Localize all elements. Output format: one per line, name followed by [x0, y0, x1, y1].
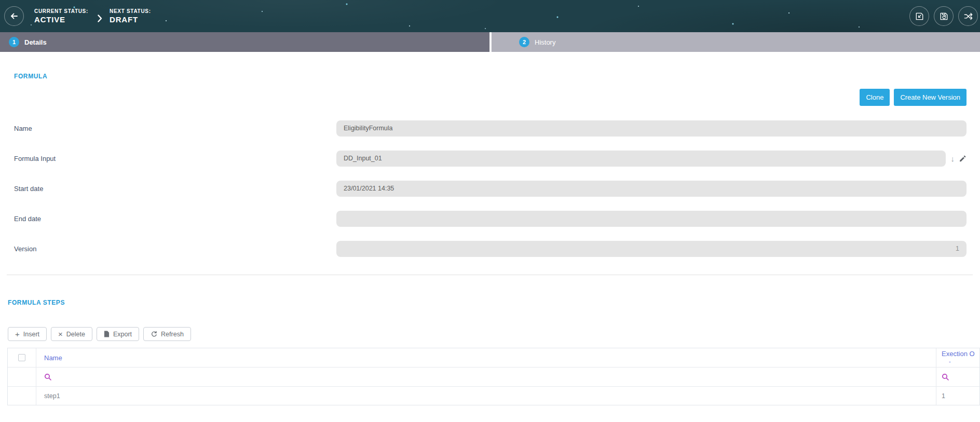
- search-icon: [44, 373, 51, 380]
- end-date-label: End date: [14, 215, 336, 223]
- section-divider: [7, 275, 973, 275]
- name-column-label: Name: [44, 354, 62, 362]
- save-refresh-icon: [938, 11, 949, 22]
- save-export-icon: [914, 11, 925, 22]
- save-refresh-button[interactable]: [934, 6, 954, 26]
- tab-details-label: Details: [24, 38, 47, 46]
- steps-table: Name Exection O -: [7, 348, 980, 405]
- dropdown-arrow-icon[interactable]: ↓: [951, 155, 955, 162]
- back-button[interactable]: [4, 6, 24, 26]
- formula-input-field[interactable]: DD_Input_01: [336, 151, 946, 167]
- formula-input-label: Formula Input: [14, 155, 336, 162]
- step-name-cell: step1: [36, 387, 936, 405]
- clone-button[interactable]: Clone: [860, 89, 890, 106]
- table-header-row: Name Exection O -: [8, 348, 979, 367]
- export-button-label: Export: [113, 331, 132, 338]
- next-status-label: NEXT STATUS:: [110, 8, 151, 14]
- current-status-label: CURRENT STATUS:: [34, 8, 88, 14]
- current-status-value: ACTIVE: [34, 15, 88, 24]
- formula-steps-section-title: FORMULA STEPS: [8, 299, 980, 306]
- delete-button-label: Delete: [66, 331, 85, 338]
- tab-history-label: History: [535, 38, 555, 46]
- select-all-cell: [8, 348, 36, 367]
- export-button[interactable]: Export: [97, 327, 139, 341]
- tab-history-number: 2: [519, 37, 529, 47]
- form-row-version: Version 1: [14, 241, 967, 257]
- row-select-cell: [8, 387, 36, 405]
- start-date-field[interactable]: 23/01/2021 14:35: [336, 181, 967, 197]
- edit-pencil-icon[interactable]: [959, 155, 967, 162]
- form-row-name: Name EligibilityFormula: [14, 120, 967, 137]
- refresh-button-label: Refresh: [161, 331, 184, 338]
- step-name-value: step1: [44, 392, 60, 400]
- insert-button[interactable]: + Insert: [8, 327, 47, 341]
- search-icon: [942, 373, 949, 380]
- execution-order-cell: 1: [936, 387, 980, 405]
- formula-form: Name EligibilityFormula Formula Input DD…: [14, 120, 967, 257]
- tab-details-number: 1: [9, 37, 19, 47]
- save-export-button[interactable]: [909, 6, 929, 26]
- x-icon: ×: [58, 330, 63, 338]
- insert-button-label: Insert: [23, 331, 39, 338]
- name-label: Name: [14, 125, 336, 132]
- plus-icon: +: [15, 330, 20, 338]
- name-column-header[interactable]: Name: [36, 348, 936, 367]
- execution-order-column-header[interactable]: Exection O -: [936, 348, 980, 367]
- refresh-icon: [151, 331, 157, 337]
- form-row-formula-input: Formula Input DD_Input_01 ↓: [14, 151, 967, 167]
- execution-order-filter-input[interactable]: [936, 367, 980, 386]
- tab-history[interactable]: 2 History: [492, 32, 980, 52]
- filter-empty-cell: [8, 367, 36, 386]
- form-row-end-date: End date: [14, 211, 967, 227]
- table-row[interactable]: step1 1: [8, 387, 979, 405]
- file-icon: [104, 331, 110, 337]
- next-status: NEXT STATUS: DRAFT: [110, 8, 151, 24]
- current-status: CURRENT STATUS: ACTIVE: [34, 8, 88, 24]
- table-filter-row: [8, 367, 979, 387]
- execution-order-column-label-hyphen: -: [942, 358, 975, 365]
- formula-actions: Clone Create New Version: [0, 89, 967, 106]
- shuffle-icon: [963, 11, 974, 22]
- delete-button[interactable]: × Delete: [51, 327, 92, 341]
- end-date-field[interactable]: [336, 211, 967, 227]
- select-all-checkbox[interactable]: [18, 354, 25, 361]
- version-label: Version: [14, 245, 336, 253]
- back-arrow-icon: [9, 11, 19, 21]
- refresh-button[interactable]: Refresh: [143, 327, 191, 341]
- create-new-version-button[interactable]: Create New Version: [894, 89, 967, 106]
- formula-section-title: FORMULA: [14, 73, 980, 80]
- steps-toolbar: + Insert × Delete Export Refresh: [8, 327, 980, 341]
- next-status-value: DRAFT: [110, 15, 151, 24]
- execution-order-column-label: Exection O: [942, 350, 975, 358]
- version-field[interactable]: 1: [336, 241, 967, 257]
- name-field[interactable]: EligibilityFormula: [336, 120, 967, 137]
- topbar-actions: [909, 6, 978, 26]
- shuffle-button[interactable]: [958, 6, 978, 26]
- form-row-start-date: Start date 23/01/2021 14:35: [14, 181, 967, 197]
- top-status-bar: CURRENT STATUS: ACTIVE NEXT STATUS: DRAF…: [0, 0, 980, 32]
- execution-order-value: 1: [942, 392, 945, 400]
- tab-bar: 1 Details 2 History: [0, 32, 980, 52]
- tab-details[interactable]: 1 Details: [0, 32, 489, 52]
- chevron-right-icon: [98, 10, 102, 22]
- formula-input-extras: ↓: [946, 155, 967, 162]
- start-date-label: Start date: [14, 185, 336, 193]
- name-filter-input[interactable]: [36, 367, 936, 386]
